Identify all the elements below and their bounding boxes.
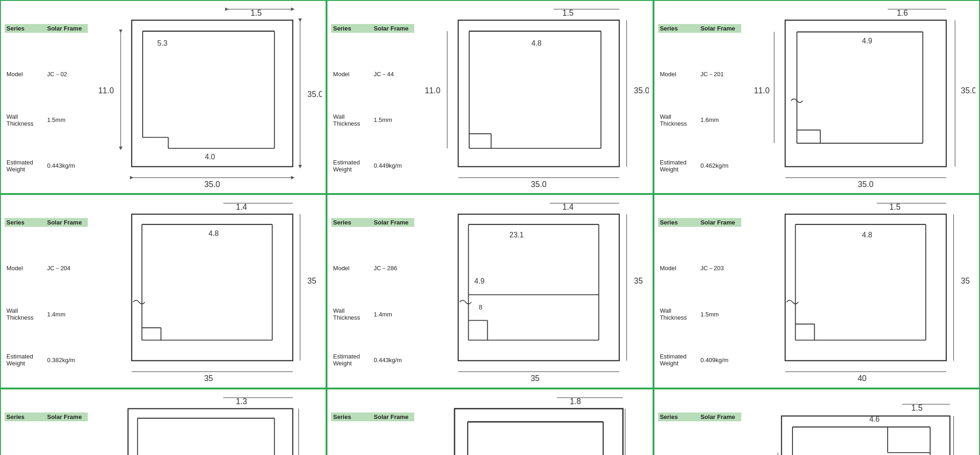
- svg-text:8: 8: [479, 303, 483, 311]
- wall-row: Wall Thickness 1.4mm: [5, 291, 88, 337]
- series-label: Series: [658, 413, 699, 421]
- series-value: Solar Frame: [372, 24, 414, 33]
- wall-row: Wall Thickness 1.4mm: [331, 291, 414, 337]
- svg-text:1.3: 1.3: [236, 397, 247, 406]
- svg-text:1.4: 1.4: [236, 203, 248, 212]
- series-value: Solar Frame: [45, 24, 88, 33]
- series-row: Series Solar Frame: [331, 200, 414, 245]
- model-row: Model JC－286: [331, 245, 414, 291]
- series-row: Series Solar Frame: [658, 200, 741, 245]
- model-label: Model: [658, 70, 699, 79]
- svg-jc-44: 1.5 35.0 11.0 4.8 35.0: [414, 6, 648, 188]
- info-table-jc-02: Series Solar Frame Model JC－02 Wall Thic…: [5, 6, 88, 188]
- series-value: Solar Frame: [699, 24, 741, 33]
- model-label: Model: [331, 70, 372, 79]
- model-label: Model: [658, 264, 699, 273]
- wall-label: Wall Thickness: [658, 306, 699, 322]
- weight-label: Estimated Weight: [331, 352, 372, 368]
- model-row: Model JC－201: [658, 51, 741, 97]
- diagram-jc-201: 1.6 35.0 11.0 4.9 35.0: [741, 6, 975, 188]
- svg-text:4.8: 4.8: [209, 230, 219, 238]
- info-table-jc-286: Series Solar Frame Model JC－286 Wall Thi…: [331, 200, 414, 382]
- series-row: Series Solar Frame: [331, 394, 414, 440]
- wall-label: Wall Thickness: [5, 112, 45, 128]
- svg-jc-204: 1.4 35 4.8 35: [88, 200, 322, 382]
- weight-value: 0.443kg/m: [372, 356, 414, 364]
- info-table-jc-201: Series Solar Frame Model JC－201 Wall Thi…: [658, 6, 741, 188]
- wall-value: 1.5mm: [45, 115, 88, 124]
- svg-text:11.0: 11.0: [754, 86, 769, 95]
- svg-text:35.0: 35.0: [308, 90, 322, 99]
- weight-value: 0.443kg/m: [45, 161, 88, 170]
- svg-text:35.0: 35.0: [205, 180, 220, 188]
- model-label: Model: [5, 264, 45, 273]
- svg-text:4.8: 4.8: [862, 231, 872, 239]
- series-label: Series: [658, 218, 699, 227]
- svg-text:1.5: 1.5: [563, 8, 574, 18]
- card-jc-34: Series Solar Frame Model JC－34 Wall Thic…: [327, 388, 653, 455]
- series-value: Solar Frame: [699, 413, 741, 421]
- info-table-jc-203: Series Solar Frame Model JC－203 Wall Thi…: [658, 200, 741, 382]
- card-jc-201: Series Solar Frame Model JC－201 Wall Thi…: [653, 0, 980, 194]
- diagram-jc-44: 1.5 35.0 11.0 4.8 35.0: [414, 6, 648, 188]
- info-table-jc-150: Series Solar Frame Model JC－150 Wall Thi…: [658, 394, 741, 455]
- svg-jc-201: 1.6 35.0 11.0 4.9 35.0: [741, 6, 975, 188]
- card-grid: Series Solar Frame Model JC－02 Wall Thic…: [0, 0, 980, 455]
- weight-label: Estimated Weight: [5, 158, 45, 174]
- svg-text:23.1: 23.1: [509, 231, 524, 239]
- model-row: Model JC－34: [331, 440, 414, 455]
- svg-text:40: 40: [858, 374, 867, 383]
- model-value: JC－204: [45, 263, 88, 273]
- svg-text:4.9: 4.9: [474, 278, 484, 285]
- weight-label: Estimated Weight: [5, 352, 45, 368]
- svg-jc-02: 1.5 35.0 11.0 5.3 4.0 35.0: [88, 6, 322, 188]
- series-value: Solar Frame: [45, 413, 88, 421]
- series-row: Series Solar Frame: [331, 6, 414, 51]
- weight-value: 0.449kg/m: [372, 161, 414, 170]
- series-row: Series Solar Frame: [658, 394, 741, 440]
- svg-text:4.9: 4.9: [862, 37, 872, 45]
- model-label: Model: [331, 264, 372, 273]
- model-row: Model JC－203: [658, 245, 741, 291]
- svg-text:1.5: 1.5: [889, 203, 900, 212]
- diagram-jc-286: 1.4 35 23.1 4.9 8 35: [414, 200, 648, 382]
- model-value: JC－02: [45, 69, 88, 79]
- series-row: Series Solar Frame: [5, 394, 88, 440]
- weight-value: 0.462kg/m: [699, 161, 741, 170]
- card-jc-204: Series Solar Frame Model JC－204 Wall Thi…: [0, 194, 327, 388]
- svg-rect-115: [455, 408, 623, 455]
- model-row: Model JC－204: [5, 245, 88, 291]
- wall-row: Wall Thickness 1.5mm: [331, 97, 414, 143]
- weight-row: Estimated Weight 0.443kg/m: [331, 337, 414, 383]
- diagram-jc-276: 1.3 35 5 29.3 1 40: [88, 394, 322, 455]
- weight-row: Estimated Weight 0.449kg/m: [331, 143, 414, 188]
- model-row: Model JC－276: [5, 440, 88, 455]
- model-value: JC－286: [372, 263, 414, 273]
- wall-row: Wall Thickness 1.5mm: [5, 97, 88, 143]
- weight-row: Estimated Weight 0.409kg/m: [658, 337, 741, 383]
- weight-label: Estimated Weight: [658, 158, 699, 174]
- svg-text:1.8: 1.8: [570, 397, 581, 406]
- model-value: JC－44: [372, 69, 414, 79]
- card-jc-286: Series Solar Frame Model JC－286 Wall Thi…: [327, 194, 653, 388]
- svg-text:1.6: 1.6: [896, 8, 907, 18]
- weight-row: Estimated Weight 0.382kg/m: [5, 337, 88, 383]
- series-label: Series: [5, 218, 45, 227]
- diagram-jc-203: 1.5 35 4.8 40: [741, 200, 975, 382]
- series-label: Series: [331, 413, 372, 421]
- wall-row: Wall Thickness 1.5mm: [658, 291, 741, 337]
- weight-value: 0.409kg/m: [699, 356, 741, 364]
- weight-value: 0.382kg/m: [45, 356, 88, 364]
- svg-rect-36: [797, 32, 934, 155]
- svg-text:35: 35: [961, 277, 969, 286]
- wall-label: Wall Thickness: [5, 306, 45, 322]
- series-value: Solar Frame: [372, 413, 414, 421]
- svg-text:1.4: 1.4: [563, 203, 574, 212]
- series-label: Series: [658, 24, 699, 33]
- svg-text:35.0: 35.0: [531, 180, 547, 188]
- svg-text:11.0: 11.0: [98, 86, 114, 95]
- wall-row: Wall Thickness 1.6mm: [658, 97, 741, 143]
- svg-text:35: 35: [308, 277, 316, 286]
- svg-text:35: 35: [531, 374, 539, 383]
- svg-text:35: 35: [634, 277, 643, 286]
